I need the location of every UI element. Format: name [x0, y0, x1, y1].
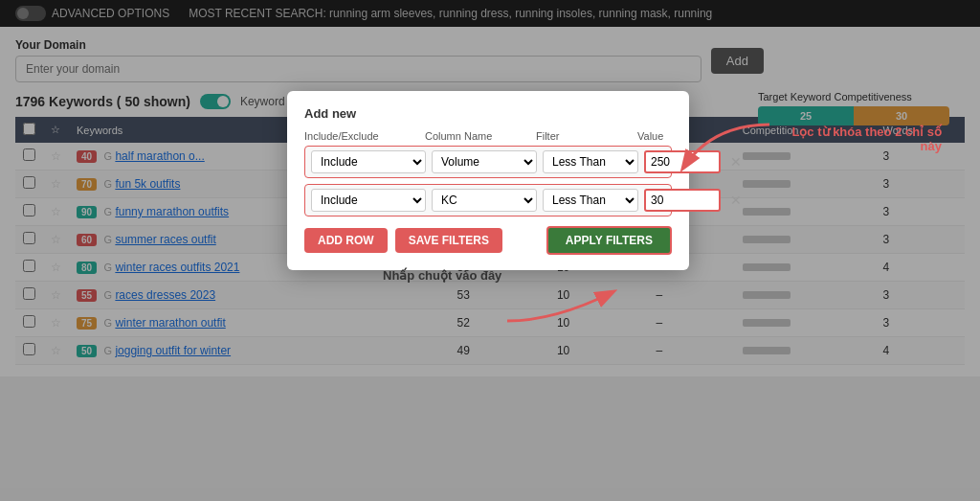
add-filter-modal: Add new Include/Exclude Column Name Filt… — [287, 91, 689, 270]
include-exclude-select-1[interactable]: Include Exclude — [311, 150, 426, 173]
header-filter: Filter — [536, 130, 632, 142]
header-column-name: Column Name — [425, 130, 530, 142]
annotation-1: Lọc từ khóa theo 2 chỉ số này — [789, 125, 942, 153]
annotation-2: Nhấp chuột vào đây — [383, 268, 501, 283]
close-row-1[interactable]: ✕ — [726, 154, 746, 170]
filter-select-2[interactable]: Less Than Greater Than Equals — [543, 189, 638, 212]
column-name-select-1[interactable]: Volume KC Bid — [432, 150, 537, 173]
add-row-button[interactable]: ADD ROW — [304, 228, 388, 253]
filter-select-1[interactable]: Less Than Greater Than Equals — [543, 150, 638, 173]
header-include-exclude: Include/Exclude — [304, 130, 419, 142]
column-name-select-2[interactable]: Volume KC Bid — [432, 189, 537, 212]
modal-actions: ADD ROW SAVE FILTERS APPLY FILTERS — [304, 226, 672, 255]
include-exclude-select-2[interactable]: Include Exclude — [311, 189, 426, 212]
value-input-1[interactable] — [644, 150, 721, 173]
value-input-2[interactable] — [644, 189, 721, 212]
filter-row-2: Include Exclude Volume KC Bid Less Than … — [304, 184, 672, 216]
header-value: Value — [637, 130, 714, 142]
apply-filters-button[interactable]: APPLY FILTERS — [546, 226, 672, 255]
modal-header-row: Include/Exclude Column Name Filter Value — [304, 130, 672, 142]
modal-title: Add new — [304, 106, 672, 121]
close-row-2[interactable]: ✕ — [726, 193, 746, 208]
filter-row-1: Include Exclude Volume KC Bid Less Than … — [304, 146, 672, 178]
save-filters-button[interactable]: SAVE FILTERS — [395, 228, 502, 253]
